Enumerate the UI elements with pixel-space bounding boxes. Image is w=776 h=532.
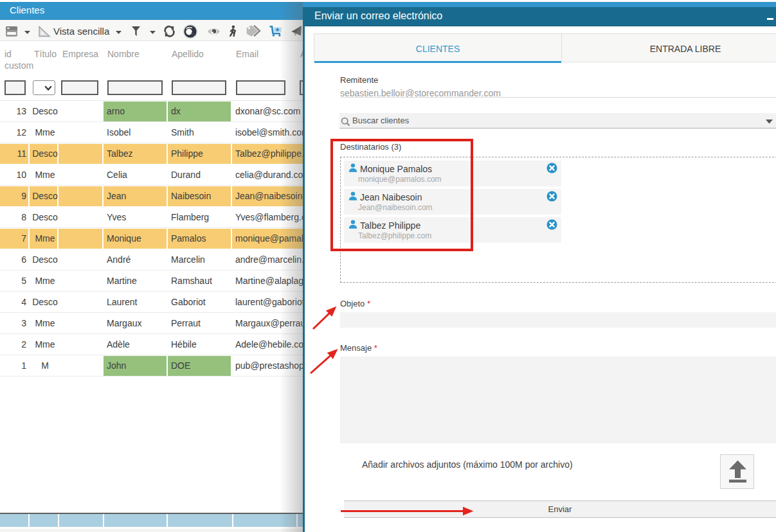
svg-text:Vista sencilla: Vista sencilla (53, 26, 110, 37)
